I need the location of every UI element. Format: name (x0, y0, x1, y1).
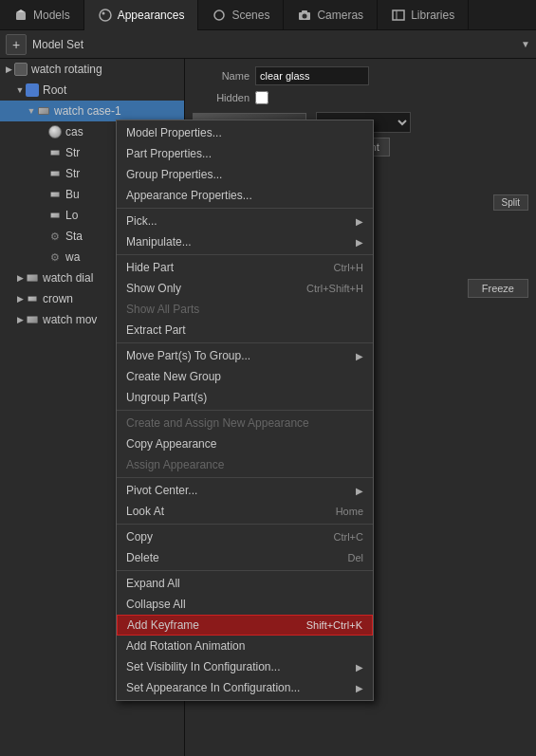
menu-set-visibility-config[interactable]: Set Visibility In Configuration... ▶ (117, 656, 373, 677)
menu-move-parts[interactable]: Move Part(s) To Group... ▶ (117, 345, 373, 366)
menu-create-assign-appearance: Create and Assign New Appearance (117, 413, 373, 433)
name-label: Name (193, 70, 250, 82)
visibility-arrow-icon: ▶ (356, 662, 363, 673)
menu-add-keyframe[interactable]: Add Keyframe Shift+Ctrl+K (117, 615, 373, 636)
cube-icon (13, 8, 28, 23)
menu-pick[interactable]: Pick... ▶ (117, 211, 373, 231)
svg-point-3 (102, 12, 104, 15)
menu-extract-part[interactable]: Extract Part (117, 320, 373, 341)
tree-arrow-icon: ▶ (15, 273, 25, 283)
part-small2-icon (47, 166, 63, 181)
model-set-label: Model Set (32, 38, 515, 51)
tab-libraries[interactable]: Libraries (378, 0, 469, 30)
pick-arrow-icon: ▶ (356, 216, 363, 227)
context-menu: Model Properties... Part Properties... G… (116, 120, 374, 701)
menu-group-properties[interactable]: Group Properties... (117, 164, 373, 185)
menu-appearance-properties[interactable]: Appearance Properties... (117, 185, 373, 206)
menu-copy-appearance[interactable]: Copy Appearance (117, 433, 373, 454)
tree-arrow-icon: ▼ (27, 106, 36, 116)
gear-sta-icon: ⚙ (47, 229, 63, 244)
menu-sep-5 (117, 477, 373, 478)
hidden-row: Hidden (193, 91, 528, 104)
svg-rect-0 (16, 12, 26, 20)
menu-set-appearance-config[interactable]: Set Appearance In Configuration... ▶ (117, 677, 373, 698)
menu-sep-2 (117, 254, 373, 255)
svg-point-2 (100, 9, 111, 21)
part-small-icon (47, 145, 63, 160)
menu-create-new-group[interactable]: Create New Group (117, 366, 373, 387)
menu-copy[interactable]: Copy Ctrl+C (117, 526, 373, 547)
tree-arrow-icon: ▶ (4, 65, 13, 74)
crown-icon (25, 291, 40, 306)
watch-icon (13, 62, 28, 77)
part-icon (36, 103, 51, 119)
svg-rect-7 (302, 10, 307, 13)
tab-cameras[interactable]: Cameras (284, 0, 378, 30)
library-icon (391, 8, 406, 23)
menu-delete[interactable]: Delete Del (117, 547, 373, 568)
svg-rect-8 (393, 10, 404, 20)
manipulate-arrow-icon: ▶ (356, 237, 363, 248)
bu-icon (47, 187, 63, 202)
menu-sep-4 (117, 410, 373, 411)
svg-marker-1 (16, 9, 26, 12)
split-button[interactable]: Split (493, 194, 528, 211)
gear-wa-icon: ⚙ (47, 249, 63, 265)
appearance-arrow-icon: ▶ (356, 683, 363, 693)
toolbar: + Model Set ▼ (0, 30, 536, 59)
tree-item-root[interactable]: ▼ Root (0, 80, 184, 101)
menu-sep-3 (117, 342, 373, 343)
pivot-arrow-icon: ▶ (356, 486, 363, 496)
menu-hide-part[interactable]: Hide Part Ctrl+H (117, 257, 373, 278)
name-row: Name (193, 66, 528, 85)
menu-assign-appearance: Assign Appearance (117, 454, 373, 475)
menu-collapse-all[interactable]: Collapse All (117, 594, 373, 615)
camera-icon (297, 8, 312, 23)
tree-arrow-icon: ▶ (15, 315, 25, 324)
lo-icon (47, 208, 63, 223)
tab-appearances[interactable]: Appearances (84, 0, 199, 30)
dial-icon (25, 270, 40, 286)
name-input[interactable] (255, 66, 369, 85)
move-parts-arrow-icon: ▶ (356, 351, 363, 361)
tree-arrow-icon: ▶ (15, 294, 25, 304)
mov-icon (25, 312, 40, 327)
scene-icon (212, 8, 227, 23)
hidden-label: Hidden (193, 92, 250, 103)
sphere-icon (47, 124, 63, 139)
svg-point-4 (214, 10, 224, 20)
menu-sep-1 (117, 208, 373, 209)
tree-arrow-icon: ▼ (15, 85, 25, 95)
menu-pivot-center[interactable]: Pivot Center... ▶ (117, 480, 373, 501)
menu-show-all-parts: Show All Parts (117, 299, 373, 320)
menu-add-rotation-animation[interactable]: Add Rotation Animation (117, 636, 373, 656)
tree-item-watch-rotating[interactable]: ▶ watch rotating (0, 59, 184, 80)
menu-expand-all[interactable]: Expand All (117, 573, 373, 594)
menu-sep-7 (117, 570, 373, 571)
menu-manipulate[interactable]: Manipulate... ▶ (117, 231, 373, 252)
add-button[interactable]: + (6, 34, 27, 55)
menu-part-properties[interactable]: Part Properties... (117, 143, 373, 164)
palette-icon (98, 8, 113, 23)
tab-bar: Models Appearances Scenes Cameras Librar… (0, 0, 536, 30)
tab-models[interactable]: Models (0, 0, 84, 30)
svg-point-6 (303, 14, 307, 19)
tree-item-watch-case[interactable]: ▼ watch case-1 (0, 101, 184, 121)
menu-sep-6 (117, 524, 373, 525)
freeze-button[interactable]: Freeze (468, 279, 528, 298)
root-icon (25, 83, 40, 98)
menu-show-only[interactable]: Show Only Ctrl+Shift+H (117, 278, 373, 299)
dropdown-arrow-icon: ▼ (521, 39, 530, 49)
menu-ungroup-parts[interactable]: Ungroup Part(s) (117, 387, 373, 408)
menu-look-at[interactable]: Look At Home (117, 501, 373, 522)
hidden-checkbox[interactable] (255, 91, 268, 104)
tab-scenes[interactable]: Scenes (198, 0, 284, 30)
menu-model-properties[interactable]: Model Properties... (117, 122, 373, 143)
